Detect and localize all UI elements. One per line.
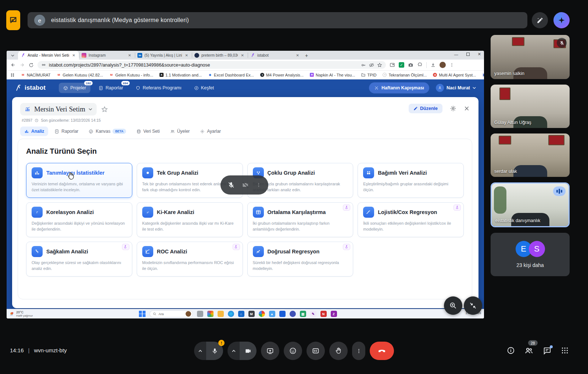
card-tanimlayici-istatistikler[interactable]: Tanımlayıcı İstatistikler Verinizin teme… [26, 163, 132, 198]
bookmark-item[interactable]: ~Tekrarlanan Ölçüml... [383, 73, 427, 77]
tab-veri-seti[interactable]: Veri Seti [132, 127, 164, 136]
zoom-in-overlay-button[interactable] [444, 296, 462, 315]
more-participants-tile[interactable]: E S 23 kişi daha [491, 233, 570, 276]
extensions-puzzle-icon[interactable] [417, 62, 423, 68]
tab-close-icon[interactable]: ✕ [71, 53, 76, 58]
card-bagimli-veri-analizi[interactable]: Bağımlı Veri Analizi Eşleştirilmiş/bağım… [358, 163, 464, 198]
card-ortalama-karsilastirma[interactable]: Ortalama Karşılaştırma İki grubun ortala… [247, 202, 354, 237]
bookmark-item[interactable]: MNACİMURAT [21, 73, 51, 77]
tab-kanvas[interactable]: Kanvas BETA [85, 127, 130, 136]
browser-tab[interactable]: in (5) Yayınla | Akış | LinkedIn ✕ [135, 51, 192, 60]
bookmark-item[interactable]: MGelen Kutusu - info... [110, 73, 153, 77]
taskbar-chrome-icon[interactable] [259, 311, 265, 317]
more-options-button[interactable] [352, 342, 365, 360]
annotate-button[interactable] [532, 12, 548, 28]
nav-referans-programi[interactable]: Referans Programı [131, 83, 186, 93]
browser-menu-icon[interactable] [449, 63, 454, 67]
participant-tile-serdar[interactable]: serdar ulak [491, 133, 570, 177]
start-button[interactable] [139, 311, 146, 317]
exit-fullscreen-overlay-button[interactable] [464, 296, 482, 315]
bookmark-folder[interactable]: TPID [361, 73, 376, 77]
taskbar-edge-icon[interactable] [228, 311, 234, 317]
extension-check-icon[interactable]: ✓ [399, 62, 404, 68]
extension-camera-icon[interactable] [408, 62, 413, 68]
taskbar-app-icon[interactable] [207, 311, 214, 317]
activities-button[interactable] [561, 346, 569, 355]
tab-close-icon[interactable]: ✕ [127, 53, 132, 58]
bookmark-item[interactable]: X1.1 Motivation and... [159, 73, 202, 77]
close-icon[interactable] [464, 106, 470, 111]
taskbar-globe-icon[interactable] [290, 311, 296, 317]
nav-projeler[interactable]: Projeler 192 [59, 83, 90, 93]
taskbar-app-icon[interactable]: Z [331, 311, 337, 317]
taskbar-pen-icon[interactable]: ✎ [310, 311, 316, 317]
participant-tile-eistatistik-speaking[interactable]: eistatistik danışmanlık [491, 182, 570, 227]
taskbar-store-icon[interactable]: ⌂ [238, 311, 244, 317]
tab-close-icon[interactable]: ✕ [184, 53, 189, 58]
nav-kesfet[interactable]: Keşfet [190, 83, 218, 93]
new-tab-button[interactable]: + [305, 53, 308, 58]
taskbar-app-icon[interactable]: N [320, 311, 327, 317]
refresh-icon[interactable] [29, 63, 34, 68]
favorite-star-icon[interactable] [101, 106, 108, 113]
taskbar-weather[interactable]: 20°CHafif yağmur [10, 310, 33, 317]
taskbar-app-icon[interactable]: ▲ [269, 311, 275, 317]
card-korelasyon-analizi[interactable]: r Korelasyon Analizi Değişkenler arasınd… [26, 202, 132, 237]
people-panel-button[interactable]: 28 [524, 346, 533, 355]
captions-button[interactable] [306, 342, 325, 360]
profile-avatar[interactable] [440, 62, 446, 68]
tab-uyeler[interactable]: Üyeler [166, 127, 194, 136]
tab-close-icon[interactable]: ✕ [240, 53, 245, 58]
window-minimize-button[interactable]: — [454, 52, 458, 57]
bookmark-item[interactable]: ●Multi AI Agent Syst... [433, 73, 476, 77]
bookmark-star-icon[interactable] [377, 63, 382, 68]
site-info-icon[interactable] [41, 63, 46, 67]
bookmark-item[interactable]: MGelen Kutusu (42.82... [57, 73, 103, 77]
screen-share-banner[interactable]: e eistatistik danışmanlık (Medya gösterm… [28, 12, 527, 28]
bookmark-item[interactable]: ▦Web Transfer Client [482, 73, 484, 77]
side-panel-icon[interactable] [390, 62, 395, 68]
card-dogrusal-regresyon[interactable]: Doğrusal Regresyon Sürekli bir hedef değ… [247, 242, 354, 277]
gemini-button[interactable] [553, 12, 570, 28]
taskbar-folder-icon[interactable] [218, 311, 224, 317]
floating-av-controls[interactable] [220, 175, 268, 195]
raise-hand-button[interactable] [329, 342, 348, 360]
window-close-button[interactable]: ✕ [478, 52, 481, 57]
project-title-dropdown[interactable]: Mersin Veri Setim [20, 103, 97, 115]
card-lojistik-cox-regresyon[interactable]: Lojistik/Cox Regresyon İkili sonuçları e… [358, 202, 464, 237]
week-battle-button[interactable]: Haftanın Kapışması [369, 82, 429, 93]
browser-tab[interactable]: preterm birth – 89,036 – Web o ✕ [192, 51, 248, 60]
taskbar-app-icon[interactable] [279, 311, 286, 317]
window-maximize-button[interactable] [466, 53, 470, 56]
taskbar-app-icon[interactable]: M [248, 311, 255, 317]
bookmark-item[interactable]: ◑M4 Power Analysis... [260, 73, 304, 77]
card-ki-kare-analizi[interactable]: x² Ki-Kare Analizi Kategorik değişkenler… [137, 202, 243, 237]
tab-search-button[interactable] [10, 52, 16, 58]
tab-raporlar[interactable]: Raporlar [50, 127, 82, 136]
browser-tab[interactable]: istabot ✕ [248, 51, 303, 60]
browser-tab[interactable]: Instagram ✕ [79, 51, 135, 60]
download-icon[interactable] [430, 62, 436, 68]
tab-ayarlar[interactable]: Ayarlar [196, 127, 225, 136]
end-call-button[interactable] [370, 342, 394, 360]
tab-analiz[interactable]: Analiz [20, 127, 48, 136]
browser-tab-active[interactable]: Analiz - Mersin Veri Setim | ista ✕ [18, 51, 79, 60]
forward-icon[interactable] [19, 62, 25, 68]
address-bar[interactable]: istabot.com/projects/2897/analysis?_t=17… [37, 61, 386, 69]
taskbar-app-icon[interactable] [197, 311, 203, 317]
tab-close-icon[interactable]: ✕ [295, 53, 300, 58]
passwords-key-icon[interactable] [361, 63, 366, 68]
camera-button[interactable] [240, 342, 257, 360]
chat-panel-button[interactable] [543, 346, 551, 355]
back-icon[interactable] [10, 62, 16, 68]
mic-options-button[interactable] [194, 342, 206, 360]
taskbar-search[interactable]: Ara [150, 310, 193, 317]
bookmark-item[interactable]: ✦Napkin AI - The visu... [310, 73, 355, 77]
present-button[interactable] [261, 342, 279, 360]
nav-raporlar[interactable]: Raporlar 694 [94, 83, 128, 93]
user-menu[interactable]: Naci Murat [436, 84, 476, 92]
settings-gear-icon[interactable] [450, 105, 456, 112]
card-sagkalim-analizi[interactable]: Sağkalım Analizi Olay gerçekleşme süresi… [26, 242, 132, 277]
participant-tile-yasemin[interactable]: yasemin salkin [491, 35, 570, 79]
privacy-eye-icon[interactable] [369, 63, 374, 68]
